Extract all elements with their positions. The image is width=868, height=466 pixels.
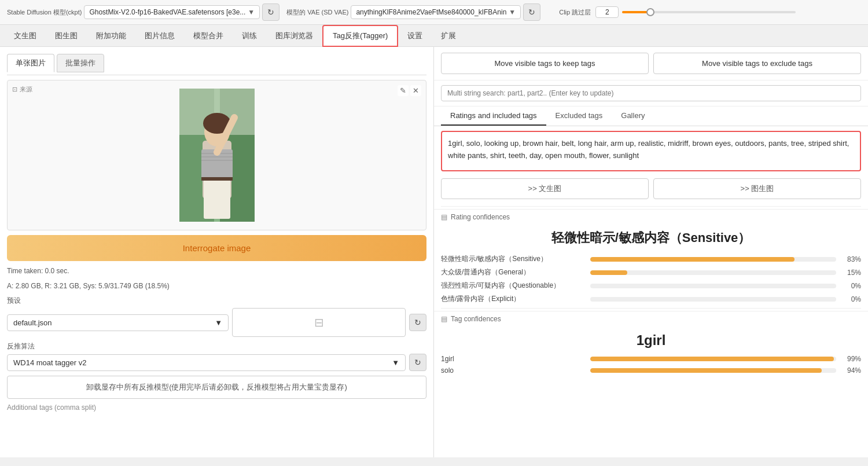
preset-select[interactable]: default.json ▼	[7, 314, 229, 331]
tab-ratings-included[interactable]: Ratings and included tags	[441, 107, 546, 126]
left-panel: 单张图片 批量操作 ⊡ 来源 ✎ ✕	[0, 47, 434, 457]
rating-pct-sensitive: 83%	[841, 255, 861, 263]
vae-value: anythingKlF8Anime2VaeFtMse840000_kIFBAni…	[356, 8, 506, 16]
rating-pct-questionable: 0%	[841, 282, 861, 290]
tag-pct-solo: 94%	[841, 366, 861, 375]
rating-fill-general	[590, 270, 627, 275]
model-arrow-icon: ▼	[248, 8, 255, 16]
tag-label-1girl: 1girl	[441, 355, 586, 363]
model-refresh-btn[interactable]: ↻	[262, 3, 279, 21]
additional-label: Additional tags (comma split)	[7, 403, 426, 412]
source-icon: ⊡	[12, 86, 17, 93]
clip-label: Clip 跳过层	[559, 8, 591, 17]
clip-slider-fill	[622, 11, 648, 13]
algo-label: 反推算法	[7, 342, 426, 351]
tab-merge[interactable]: 模型合并	[184, 25, 233, 46]
clip-slider-thumb[interactable]	[646, 8, 654, 16]
rating-track-questionable	[590, 284, 836, 288]
rating-bar-general: 大众级/普通内容（General） 15%	[434, 266, 868, 279]
move-keep-btn[interactable]: Move visible tags to keep tags	[441, 53, 649, 74]
rating-track-explicit	[590, 297, 836, 302]
tag-bar-1girl: 1girl 99%	[434, 353, 868, 365]
rating-bar-sensitive: 轻微性暗示/敏感内容（Sensitive） 83%	[434, 252, 868, 266]
tab-tagger[interactable]: Tag反推(Tagger)	[322, 25, 398, 47]
rating-pct-general: 15%	[841, 269, 861, 277]
image-close-btn[interactable]: ✕	[410, 85, 421, 96]
memory-info: A: 2.80 GB, R: 3.21 GB, Sys: 5.9/31.749 …	[7, 281, 426, 291]
preset-label: 预设	[7, 296, 426, 306]
tag-track-1girl	[590, 357, 836, 361]
vae-label: 模型的 VAE (SD VAE)	[286, 8, 348, 17]
tab-settings[interactable]: 设置	[398, 25, 432, 46]
tab-img2img[interactable]: 图生图	[46, 25, 87, 46]
tab-txt2img[interactable]: 文生图	[5, 25, 46, 46]
send-img2img-btn[interactable]: >> 图生图	[653, 178, 861, 199]
tab-addon[interactable]: 附加功能	[87, 25, 135, 46]
action-buttons: >> 文生图 >> 图生图	[434, 176, 868, 204]
rating-track-sensitive	[590, 257, 836, 262]
model-label: Stable Diffusion 模型(ckpt)	[7, 8, 82, 17]
clip-slider[interactable]	[622, 11, 796, 13]
tags-textarea[interactable]: 1girl, solo, looking up, brown hair, bel…	[441, 131, 861, 171]
svg-rect-12	[201, 177, 233, 181]
right-top-buttons: Move visible tags to keep tags Move visi…	[434, 47, 868, 80]
tab-gallery[interactable]: 图库浏览器	[266, 25, 322, 46]
rating-fill-sensitive	[590, 257, 795, 262]
top-bar: Stable Diffusion 模型(ckpt) GhostMix-V2.0-…	[0, 0, 868, 25]
preset-section: 预设 default.json ▼ ⊟ ↻	[7, 296, 426, 337]
rating-bar-explicit: 色情/露骨内容（Explicit） 0%	[434, 292, 868, 306]
time-taken: Time taken: 0.0 sec.	[7, 266, 426, 276]
search-input[interactable]	[441, 85, 861, 101]
tag-track-solo	[590, 368, 836, 373]
rating-label-general: 大众级/普通内容（General）	[441, 267, 586, 277]
tab-train[interactable]: 训练	[233, 25, 266, 46]
rating-section-label: Rating confidences	[451, 213, 510, 221]
preset-value: default.json	[13, 318, 52, 327]
tag-fill-solo	[590, 368, 822, 373]
preset-textarea[interactable]: ⊟	[232, 308, 406, 337]
algo-refresh-btn[interactable]: ↻	[409, 354, 426, 371]
source-text: 来源	[20, 85, 32, 94]
interrogate-btn[interactable]: Interrogate image	[7, 235, 426, 261]
tag-fill-1girl	[590, 357, 834, 361]
vae-refresh-btn[interactable]: ↻	[523, 3, 540, 21]
rating-label-questionable: 强烈性暗示/可疑内容（Questionable）	[441, 281, 586, 291]
tag-label-solo: solo	[441, 366, 586, 375]
tab-excluded[interactable]: Excluded tags	[546, 107, 612, 126]
tag-title: 1girl	[434, 326, 868, 353]
rating-pct-explicit: 0%	[841, 295, 861, 303]
tag-section-icon: ▤	[441, 315, 447, 323]
rating-label-explicit: 色情/露骨内容（Explicit）	[441, 294, 586, 304]
right-panel: Move visible tags to keep tags Move visi…	[434, 47, 868, 457]
algo-section: 反推算法 WD14 moat tagger v2 ▼ ↻	[7, 342, 426, 371]
model-section: Stable Diffusion 模型(ckpt) GhostMix-V2.0-…	[7, 3, 279, 21]
unload-btn[interactable]: 卸载显存中所有反推模型(使用完毕后请必卸载，反推模型将占用大量宝贵显存)	[7, 376, 426, 399]
preset-arrow-icon: ▼	[215, 318, 222, 327]
vae-arrow-icon: ▼	[509, 8, 516, 16]
content-tabs: Ratings and included tags Excluded tags …	[434, 107, 868, 126]
algo-select[interactable]: WD14 moat tagger v2 ▼	[7, 354, 406, 371]
model-select[interactable]: GhostMix-V2.0-fp16-BakedVAE.safetensors …	[84, 5, 260, 19]
vae-select[interactable]: anythingKlF8Anime2VaeFtMse840000_kIFBAni…	[351, 5, 521, 19]
sub-tab-batch[interactable]: 批量操作	[57, 54, 104, 72]
person-image	[179, 89, 255, 222]
image-source-label: ⊡ 来源	[12, 85, 32, 94]
divider-1	[441, 206, 861, 207]
clip-value[interactable]: 2	[595, 6, 619, 18]
nav-tabs: 文生图 图生图 附加功能 图片信息 模型合并 训练 图库浏览器 Tag反推(Ta…	[0, 25, 868, 47]
tab-imginfo[interactable]: 图片信息	[135, 25, 184, 46]
image-edit-btn[interactable]: ✎	[398, 85, 409, 96]
move-exclude-btn[interactable]: Move visible tags to exclude tags	[653, 53, 861, 74]
sub-tab-single[interactable]: 单张图片	[7, 54, 54, 72]
image-area: ⊡ 来源 ✎ ✕	[7, 80, 426, 230]
preset-refresh-btn[interactable]: ↻	[409, 314, 426, 331]
clip-slider-container: 2	[595, 6, 796, 18]
rating-title: 轻微性暗示/敏感内容（Sensitive）	[434, 225, 868, 252]
tab-gallery[interactable]: Gallery	[612, 107, 654, 126]
algo-value: WD14 moat tagger v2	[13, 358, 86, 367]
algo-row: WD14 moat tagger v2 ▼ ↻	[7, 354, 426, 371]
send-txt2img-btn[interactable]: >> 文生图	[441, 178, 649, 199]
rating-section-header: ▤ Rating confidences	[434, 209, 868, 225]
tab-ext[interactable]: 扩展	[432, 25, 465, 46]
divider-2	[441, 308, 861, 309]
